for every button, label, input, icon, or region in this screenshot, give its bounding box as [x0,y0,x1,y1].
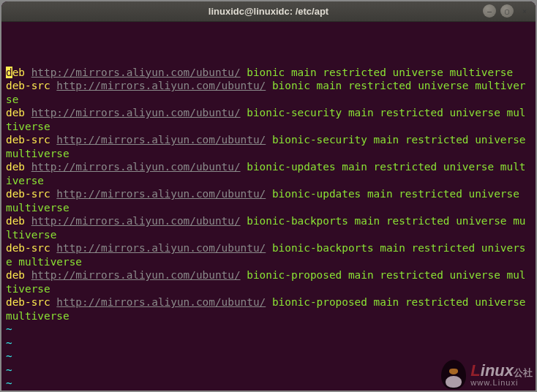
source-url: http://mirrors.aliyun.com/ubuntu/ [56,242,266,254]
source-type: deb [6,215,25,227]
source-url: http://mirrors.aliyun.com/ubuntu/ [31,269,241,281]
source-line: deb http://mirrors.aliyun.com/ubuntu/ bi… [6,214,531,241]
cursor: d [6,67,12,78]
tux-icon [441,360,466,389]
watermark-brand: Linux公社 [470,363,533,379]
source-line: deb http://mirrors.aliyun.com/ubuntu/ bi… [6,160,531,187]
source-dist: bionic-proposed [247,269,342,281]
watermark: Linux公社 www.Linuxi [441,360,533,389]
source-url: http://mirrors.aliyun.com/ubuntu/ [56,134,266,146]
source-url: http://mirrors.aliyun.com/ubuntu/ [56,296,266,308]
source-type: deb-src [6,188,50,200]
terminal-window: linuxidc@linuxidc: /etc/apt – ▢ × deb ht… [1,1,536,391]
source-line: deb-src http://mirrors.aliyun.com/ubuntu… [6,79,531,106]
source-type: deb-src [6,296,50,308]
source-url: http://mirrors.aliyun.com/ubuntu/ [31,67,241,78]
source-line: deb http://mirrors.aliyun.com/ubuntu/ bi… [6,106,531,133]
window-buttons: – ▢ × [483,4,531,18]
source-url: http://mirrors.aliyun.com/ubuntu/ [31,215,241,227]
source-url: http://mirrors.aliyun.com/ubuntu/ [56,80,266,91]
source-url: http://mirrors.aliyun.com/ubuntu/ [31,161,241,173]
minimize-button[interactable]: – [483,4,496,18]
watermark-text: Linux公社 www.Linuxi [470,363,533,387]
source-type: deb-src [6,242,50,254]
watermark-url: www.Linuxi [470,379,533,387]
source-line: deb http://mirrors.aliyun.com/ubuntu/ bi… [6,66,531,80]
source-type: deb-src [6,134,50,146]
source-type: deb [6,107,25,118]
source-dist: bionic-proposed [272,296,367,308]
source-line: deb-src http://mirrors.aliyun.com/ubuntu… [6,241,531,268]
terminal-body[interactable]: deb http://mirrors.aliyun.com/ubuntu/ bi… [1,22,536,391]
source-dist: bionic-backports [272,242,374,254]
source-url: http://mirrors.aliyun.com/ubuntu/ [31,107,241,118]
source-dist: bionic [272,80,310,91]
maximize-button[interactable]: ▢ [500,4,514,18]
source-dist: bionic-backports [247,215,348,227]
source-dist: bionic [247,67,285,78]
source-dist: bionic-updates [247,161,335,173]
source-dist: bionic-security [247,107,342,118]
source-url: http://mirrors.aliyun.com/ubuntu/ [56,188,266,200]
source-type: deb [6,161,25,173]
empty-line-tilde: ~ [6,336,531,350]
source-type: deb [6,67,25,78]
titlebar[interactable]: linuxidc@linuxidc: /etc/apt – ▢ × [1,1,536,22]
window-title: linuxidc@linuxidc: /etc/apt [209,6,328,17]
source-line: deb http://mirrors.aliyun.com/ubuntu/ bi… [6,268,531,295]
empty-line-tilde: ~ [6,391,531,391]
source-dist: bionic-updates [272,188,361,200]
source-line: deb-src http://mirrors.aliyun.com/ubuntu… [6,295,531,323]
source-type: deb-src [6,80,50,91]
close-button[interactable]: × [518,4,531,18]
source-type: deb [6,269,25,281]
source-components: main restricted universe multiverse [291,67,513,78]
source-line: deb-src http://mirrors.aliyun.com/ubuntu… [6,133,531,160]
source-dist: bionic-security [272,134,367,146]
source-line: deb-src http://mirrors.aliyun.com/ubuntu… [6,187,531,214]
empty-line-tilde: ~ [6,323,531,336]
